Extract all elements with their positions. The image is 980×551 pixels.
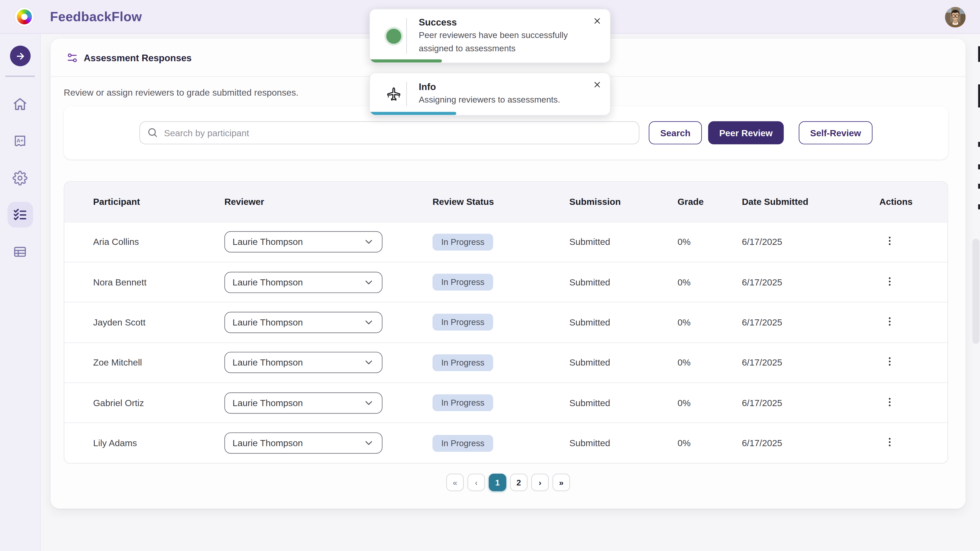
svg-text:A+: A+ — [17, 137, 24, 143]
row-actions-button[interactable] — [881, 273, 898, 291]
last-page-icon: » — [559, 478, 562, 487]
submission-cell: Submitted — [570, 383, 678, 423]
sidebar-item-assessment-responses[interactable] — [7, 202, 33, 227]
status-badge: In Progress — [433, 435, 493, 452]
scrollbar-mark — [978, 204, 980, 210]
participant-name: Jayden Scott — [64, 302, 224, 343]
date-submitted-cell: 6/17/2025 — [742, 423, 880, 463]
airplane-icon — [385, 85, 402, 103]
table-icon — [13, 244, 27, 259]
reviewer-select-value: Laurie Thompson — [232, 398, 303, 408]
kebab-menu-icon — [883, 356, 896, 368]
avatar-photo — [945, 7, 966, 27]
table-row: Zoe Mitchell Laurie Thompson In Progress… — [64, 343, 948, 383]
status-badge: In Progress — [433, 233, 493, 250]
self-review-button[interactable]: Self-Review — [799, 121, 872, 144]
row-actions-button[interactable] — [881, 434, 898, 452]
toast-message: Assigning reviewers to assessments. — [419, 94, 560, 107]
close-icon[interactable] — [590, 15, 604, 29]
reviewer-select[interactable]: Laurie Thompson — [224, 392, 382, 413]
table-row: Aria Collins Laurie Thompson In Progress… — [64, 222, 948, 262]
first-page-icon: « — [453, 478, 456, 487]
status-badge: In Progress — [433, 394, 493, 411]
sidebar-item-records[interactable] — [7, 239, 33, 264]
search-button[interactable]: Search — [649, 121, 702, 144]
reviewer-select[interactable]: Laurie Thompson — [224, 352, 382, 373]
user-avatar[interactable] — [945, 7, 966, 27]
kebab-menu-icon — [883, 275, 896, 287]
column-header-submission: Submission — [570, 182, 678, 222]
column-header-actions: Actions — [880, 182, 948, 222]
reviewer-select[interactable]: Laurie Thompson — [224, 231, 382, 252]
sidebar-item-grades[interactable]: A+ — [7, 128, 33, 154]
date-submitted-cell: 6/17/2025 — [742, 262, 880, 302]
column-header-date-submitted: Date Submitted — [742, 182, 880, 222]
peer-review-button[interactable]: Peer Review — [708, 121, 784, 144]
toast-success: Success Peer reviewers have been success… — [369, 9, 611, 63]
toast-progress — [370, 112, 457, 115]
row-actions-button[interactable] — [881, 354, 898, 372]
pagination-last-button[interactable]: » — [552, 474, 570, 491]
participant-name: Aria Collins — [64, 222, 224, 262]
scrollbar-mark — [978, 184, 980, 189]
row-actions-button[interactable] — [881, 394, 898, 412]
date-submitted-cell: 6/17/2025 — [742, 222, 880, 262]
pagination-first-button[interactable]: « — [446, 474, 464, 491]
sidebar-item-settings[interactable] — [7, 165, 33, 191]
home-icon — [13, 97, 27, 111]
status-badge: In Progress — [433, 274, 493, 291]
pagination-next-button[interactable]: › — [531, 474, 549, 491]
pagination: « ‹ 1 2 › » — [51, 474, 966, 491]
success-dot-icon — [386, 28, 401, 43]
status-badge: In Progress — [433, 354, 493, 371]
gear-icon — [13, 170, 27, 186]
pagination-prev-button[interactable]: ‹ — [468, 474, 485, 491]
table-row: Gabriel Ortiz Laurie Thompson In Progres… — [64, 383, 948, 423]
sidebar-expand-button[interactable] — [10, 46, 30, 66]
pagination-page-2-button[interactable]: 2 — [510, 474, 528, 491]
scrollbar-mark — [978, 164, 980, 169]
reviewer-select[interactable]: Laurie Thompson — [224, 272, 382, 293]
participant-name: Nora Bennett — [64, 262, 224, 302]
table-header-row: Participant Reviewer Review Status Submi… — [64, 182, 948, 222]
sidebar-item-home[interactable] — [7, 91, 33, 117]
grade-cell: 0% — [678, 343, 742, 383]
column-header-participant: Participant — [64, 182, 224, 222]
date-submitted-cell: 6/17/2025 — [742, 302, 880, 343]
page-title: Assessment Responses — [84, 52, 192, 63]
toast-divider — [406, 82, 407, 106]
kebab-menu-icon — [883, 316, 896, 327]
reviewer-select-value: Laurie Thompson — [232, 358, 303, 368]
toast-divider — [406, 18, 407, 54]
scrollbar-mark — [978, 142, 980, 147]
reviewer-select[interactable]: Laurie Thompson — [224, 433, 382, 454]
pagination-page-1-button[interactable]: 1 — [489, 474, 506, 491]
table-body: Aria Collins Laurie Thompson In Progress… — [64, 222, 948, 463]
grade-badge-icon: A+ — [13, 133, 27, 148]
kebab-menu-icon — [883, 437, 896, 448]
submission-cell: Submitted — [570, 302, 678, 343]
arrow-right-icon — [15, 50, 26, 62]
chevron-down-icon — [363, 438, 374, 449]
row-actions-button[interactable] — [881, 314, 898, 331]
chevron-down-icon — [363, 357, 374, 368]
grade-cell: 0% — [678, 383, 742, 423]
toast-title: Info — [419, 81, 560, 92]
reviewer-select-value: Laurie Thompson — [232, 277, 303, 287]
reviewer-select[interactable]: Laurie Thompson — [224, 312, 382, 333]
close-icon[interactable] — [590, 79, 604, 93]
column-header-grade: Grade — [678, 182, 742, 222]
reviewer-select-value: Laurie Thompson — [232, 318, 303, 327]
search-box — [140, 121, 640, 144]
chevron-down-icon — [363, 317, 374, 328]
column-header-review-status: Review Status — [433, 182, 569, 222]
row-actions-button[interactable] — [881, 233, 898, 251]
participant-name: Gabriel Ortiz — [64, 383, 224, 423]
search-input[interactable] — [140, 121, 640, 144]
grade-cell: 0% — [678, 302, 742, 343]
scrollbar-thumb[interactable] — [973, 239, 980, 344]
submission-cell: Submitted — [570, 222, 678, 262]
chevron-down-icon — [363, 276, 374, 288]
kebab-menu-icon — [883, 396, 896, 408]
sidebar: A+ — [0, 34, 41, 551]
